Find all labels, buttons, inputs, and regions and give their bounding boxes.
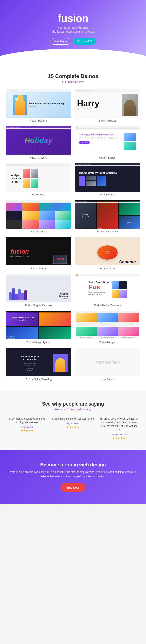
demo-more-label: More Demos [75, 378, 140, 381]
demo-design-agency-thumb: A thriving creative & design studio Rand… [6, 311, 71, 339]
demos-grid: Handcrafted urban style clothing Shop No… [6, 89, 140, 381]
demo-digital-marketing-label: Fusion Digital Marketing [6, 378, 71, 381]
demo-design-company-thumb: Bigger. Bolder. Better. Fus We create ou… [75, 274, 140, 302]
demo-design-agency-label: Fusion Design Agency [6, 341, 71, 344]
testimonial-2-author: by jordinwork [52, 422, 94, 424]
demo-graphic-label: Fusion Graphic Designer [6, 304, 71, 307]
demo-photography-thumb: The PhotoSession Studio Portfolio [75, 200, 140, 228]
cta-title: Become a pro in web design [8, 462, 138, 468]
testimonial-3: I'm pretty used to Visual Composer and w… [98, 417, 140, 440]
demo-creative-thumb: Holiday [6, 126, 71, 155]
testimonial-3-author: by joycm2014 [98, 433, 140, 436]
demo-gallery-label: Fusion Gallery [75, 267, 140, 270]
testimonial-1-text: Super clean, responsive, and eye catchin… [6, 417, 48, 424]
demo-portfolio-label: Fusion Portfolio [6, 119, 71, 122]
demo-photography-label: Fusion Photography [75, 230, 140, 233]
testimonials-title: See why people are saying [6, 401, 140, 407]
demo-blogger-thumb: Fashion blog post title here Travel stor… [75, 311, 140, 339]
demo-photography[interactable]: The PhotoSession Studio Portfolio Fusion… [75, 200, 140, 233]
demo-architect-thumb: Crafting Architectural Narratives We bri… [75, 126, 140, 155]
demo-agency-label: Fusion Agency [6, 267, 71, 270]
demo-studio[interactable]: Fusion Studio [6, 200, 71, 233]
demo-startup-label: Fusion Startup [75, 193, 140, 196]
testimonial-3-text: I'm pretty used to Visual Composer and w… [98, 417, 140, 432]
hero-subtitle: Next generation theming [4, 26, 142, 29]
hero-tagline: The fastest theme on Themeforest [4, 30, 142, 33]
testimonial-2-stars: ★★★★★ [52, 426, 94, 429]
buy-now-button[interactable]: Buy Now $27 [73, 38, 96, 45]
demo-agency[interactable]: fusion Crafting Digital Experience fusio… [6, 237, 71, 270]
demo-design-agency[interactable]: A thriving creative & design studio Rand… [6, 311, 71, 344]
testimonial-2-text: Fast loading theme worked well for me [52, 417, 94, 420]
demo-portfolio-thumb: Handcrafted urban style clothing Shop No… [6, 89, 71, 118]
hero-buttons: View Demo Buy Now $27 [4, 38, 142, 45]
demo-graphic[interactable]: GraphicDesigner Portfolio Fusion Graphic… [6, 274, 71, 307]
testimonials-subtitle: fusion is the future of theming [6, 408, 140, 411]
view-demo-button[interactable]: View Demo [50, 38, 71, 45]
demo-freelancer-thumb: Harry Designer & Developer [75, 89, 140, 118]
demo-gallery-thumb: FreshBowl Sesame [75, 237, 140, 266]
hero-section: fusion Next generation theming The faste… [0, 0, 146, 65]
demo-graphic-thumb: GraphicDesigner Portfolio [6, 274, 71, 302]
testimonial-1-author: by elunborg [6, 426, 48, 428]
demo-more[interactable]: More Demos More Demos [75, 348, 140, 381]
testimonials-grid: Super clean, responsive, and eye catchin… [6, 417, 140, 440]
testimonial-2: Fast loading theme worked well for me by… [52, 417, 94, 440]
demos-title: 15 Complete Demos [6, 73, 140, 79]
demo-freelancer[interactable]: Harry Designer & Developer Fusion Freela… [75, 89, 140, 122]
demo-blogger[interactable]: Fashion blog post title here Travel stor… [75, 311, 140, 344]
demo-blogger-label: Fusion Blogger [75, 341, 140, 344]
coming-soon-text: More Demos [95, 360, 120, 364]
demo-freelancer-label: Fusion Freelancer [75, 119, 140, 122]
hero-title: fusion [4, 12, 142, 24]
cta-description: With Fusion anyone can easily build a be… [8, 470, 138, 478]
demo-architect[interactable]: Crafting Architectural Narratives We bri… [75, 126, 140, 159]
demo-startup-thumb: Brand strategy for all startups. [75, 163, 140, 192]
demo-shop[interactable]: A stylefor everystory Fusion Shop [6, 163, 71, 196]
demo-more-thumb: More Demos [75, 348, 140, 376]
testimonial-1-stars: ★★★★★ [6, 429, 48, 432]
demo-creative-label: Fusion Creative [6, 156, 71, 159]
demo-agency-thumb: fusion Crafting Digital Experience fusio… [6, 237, 71, 266]
cta-section: Become a pro in web design With Fusion a… [0, 450, 146, 504]
demo-gallery[interactable]: FreshBowl Sesame Fusion Gallery [75, 237, 140, 270]
testimonials-section: See why people are saying fusion is the … [0, 391, 146, 450]
demo-studio-thumb [6, 200, 71, 228]
demo-shop-thumb: A stylefor everystory [6, 163, 71, 192]
cta-buy-button[interactable]: Buy Now [60, 484, 86, 492]
demos-section: 15 Complete Demos or create your own [0, 65, 146, 391]
demo-shop-label: Fusion Shop [6, 193, 71, 196]
demo-design-company-label: Fusion Design Company [75, 304, 140, 307]
demo-digital-marketing-thumb: Crafting DigitalExperiences We build bra… [6, 348, 71, 376]
demo-creative[interactable]: Holiday Fusion Creative [6, 126, 71, 159]
demo-architect-label: Fusion Architect [75, 156, 140, 159]
demo-digital-marketing[interactable]: Crafting DigitalExperiences We build bra… [6, 348, 71, 381]
demo-studio-label: Fusion Studio [6, 230, 71, 233]
demo-startup[interactable]: Brand strategy for all startups. Fusion … [75, 163, 140, 196]
demo-portfolio[interactable]: Handcrafted urban style clothing Shop No… [6, 89, 71, 122]
testimonial-3-stars: ★★★★★ [98, 436, 140, 440]
testimonial-1: Super clean, responsive, and eye catchin… [6, 417, 48, 440]
demo-design-company[interactable]: Bigger. Bolder. Better. Fus We create ou… [75, 274, 140, 307]
create-own-link[interactable]: or create your own [6, 80, 140, 83]
